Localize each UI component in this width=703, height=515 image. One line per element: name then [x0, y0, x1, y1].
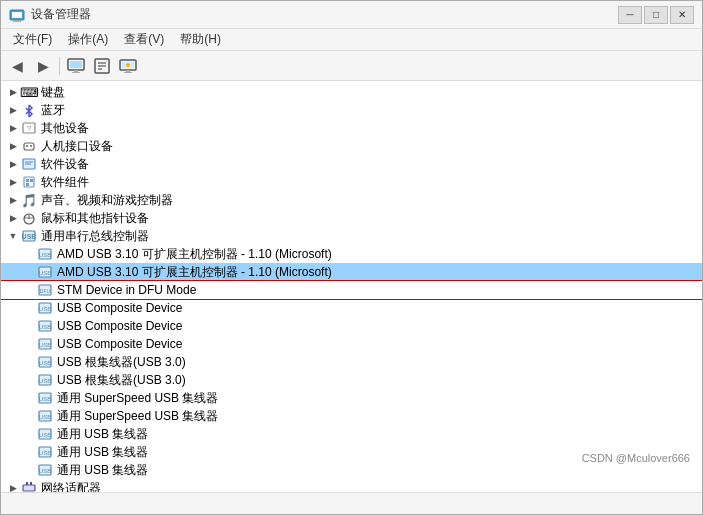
usb-controller-icon: USB [21, 228, 37, 244]
item-label: 通用 USB 集线器 [57, 444, 148, 461]
list-item[interactable]: USB USB 根集线器(USB 3.0) [1, 371, 702, 389]
list-item[interactable]: USB 通用 SuperSpeed USB 集线器 [1, 389, 702, 407]
item-label: 通用串行总线控制器 [41, 228, 149, 245]
expand-icon[interactable]: ▶ [5, 192, 21, 208]
maximize-button[interactable]: □ [644, 6, 668, 24]
forward-button[interactable]: ▶ [31, 54, 55, 78]
list-item[interactable]: USB 通用 SuperSpeed USB 集线器 [1, 407, 702, 425]
list-item[interactable]: ▶ 软件组件 [1, 173, 702, 191]
expand-icon[interactable]: ▶ [5, 480, 21, 492]
usb-composite-icon: USB [37, 300, 53, 316]
toolbar-separator [59, 57, 60, 75]
svg-text:USB: USB [39, 468, 51, 474]
expand-icon[interactable]: ▶ [5, 120, 21, 136]
app-icon [9, 7, 25, 23]
list-item[interactable]: ▶ 软件设备 [1, 155, 702, 173]
item-label: STM Device in DFU Mode [57, 283, 196, 297]
menu-view[interactable]: 查看(V) [116, 29, 172, 50]
list-item[interactable]: ▼ USB 通用串行总线控制器 [1, 227, 702, 245]
item-label: 蓝牙 [41, 102, 65, 119]
list-item[interactable]: ▶ 网络适配器 [1, 479, 702, 492]
properties-icon [93, 57, 111, 75]
keyboard-icon: ⌨ [21, 84, 37, 100]
stm-device-icon: DFU [37, 282, 53, 298]
item-label: 其他设备 [41, 120, 89, 137]
list-item[interactable]: USB 通用 USB 集线器 [1, 461, 702, 479]
expand-icon[interactable]: ▼ [5, 228, 21, 244]
expand-icon[interactable]: ▶ [5, 102, 21, 118]
list-item[interactable]: ▶ 鼠标和其他指针设备 [1, 209, 702, 227]
svg-rect-60 [23, 485, 35, 491]
usb-generic-hub-icon: USB [37, 462, 53, 478]
menu-file[interactable]: 文件(F) [5, 29, 60, 50]
title-controls: ─ □ ✕ [618, 6, 694, 24]
svg-text:USB: USB [39, 450, 51, 456]
expand-icon[interactable]: ▶ [5, 156, 21, 172]
close-button[interactable]: ✕ [670, 6, 694, 24]
back-button[interactable]: ◀ [5, 54, 29, 78]
svg-text:USB: USB [39, 324, 51, 330]
list-item[interactable]: ▶ ? 其他设备 [1, 119, 702, 137]
svg-text:DFU: DFU [40, 288, 51, 294]
properties-button[interactable] [90, 54, 114, 78]
svg-rect-2 [15, 20, 19, 21]
usb-composite-icon: USB [37, 318, 53, 334]
list-item[interactable]: DFU STM Device in DFU Mode [1, 281, 702, 299]
toolbar: ◀ ▶ [1, 51, 702, 81]
window-title: 设备管理器 [31, 6, 91, 23]
list-item[interactable]: USB USB Composite Device [1, 317, 702, 335]
svg-point-14 [126, 63, 130, 67]
svg-text:USB: USB [39, 378, 51, 384]
menu-action[interactable]: 操作(A) [60, 29, 116, 50]
usb-generic-hub-icon: USB [37, 426, 53, 442]
item-label: 通用 SuperSpeed USB 集线器 [57, 390, 218, 407]
computer-icon-button[interactable] [64, 54, 88, 78]
svg-rect-7 [72, 72, 80, 73]
svg-text:USB: USB [39, 342, 51, 348]
expand-icon[interactable]: ▶ [5, 174, 21, 190]
device-tree[interactable]: ▶ ⌨ 键盘 ▶ 蓝牙 ▶ ? [1, 81, 702, 492]
item-label: 声音、视频和游戏控制器 [41, 192, 173, 209]
svg-text:USB: USB [22, 233, 36, 240]
item-label: 键盘 [41, 84, 65, 101]
svg-rect-61 [26, 482, 28, 485]
list-item[interactable]: USB USB 根集线器(USB 3.0) [1, 353, 702, 371]
usb-device-icon: USB [37, 264, 53, 280]
list-item[interactable]: USB 通用 USB 集线器 [1, 425, 702, 443]
svg-text:USB: USB [39, 270, 51, 276]
svg-rect-62 [30, 482, 32, 485]
status-bar [1, 492, 702, 514]
item-label: 通用 USB 集线器 [57, 462, 148, 479]
item-label: USB 根集线器(USB 3.0) [57, 372, 186, 389]
list-item[interactable]: USB USB Composite Device [1, 335, 702, 353]
svg-text:USB: USB [39, 396, 51, 402]
expand-icon[interactable]: ▶ [5, 210, 21, 226]
minimize-button[interactable]: ─ [618, 6, 642, 24]
content-area: ▶ ⌨ 键盘 ▶ 蓝牙 ▶ ? [1, 81, 702, 492]
list-item[interactable]: USB AMD USB 3.10 可扩展主机控制器 - 1.10 (Micros… [1, 263, 702, 281]
item-label: 通用 SuperSpeed USB 集线器 [57, 408, 218, 425]
menu-help[interactable]: 帮助(H) [172, 29, 229, 50]
bluetooth-icon [21, 102, 37, 118]
list-item[interactable]: USB AMD USB 3.10 可扩展主机控制器 - 1.10 (Micros… [1, 245, 702, 263]
list-item[interactable]: ▶ 人机接口设备 [1, 137, 702, 155]
expand-icon[interactable]: ▶ [5, 138, 21, 154]
svg-rect-5 [70, 61, 82, 68]
mouse-icon [21, 210, 37, 226]
display-button[interactable] [116, 54, 140, 78]
item-label: USB Composite Device [57, 319, 182, 333]
list-item[interactable]: ▶ 🎵 声音、视频和游戏控制器 [1, 191, 702, 209]
usb-device-icon: USB [37, 246, 53, 262]
list-item[interactable]: USB 通用 USB 集线器 [1, 443, 702, 461]
display-icon [119, 57, 137, 75]
svg-text:USB: USB [39, 306, 51, 312]
item-label: 鼠标和其他指针设备 [41, 210, 149, 227]
item-label: 网络适配器 [41, 480, 101, 493]
svg-rect-3 [13, 21, 21, 22]
svg-rect-16 [124, 72, 132, 73]
svg-rect-19 [24, 143, 34, 150]
svg-rect-28 [26, 183, 29, 186]
list-item[interactable]: ▶ ⌨ 键盘 [1, 83, 702, 101]
list-item[interactable]: ▶ 蓝牙 [1, 101, 702, 119]
list-item[interactable]: USB USB Composite Device [1, 299, 702, 317]
